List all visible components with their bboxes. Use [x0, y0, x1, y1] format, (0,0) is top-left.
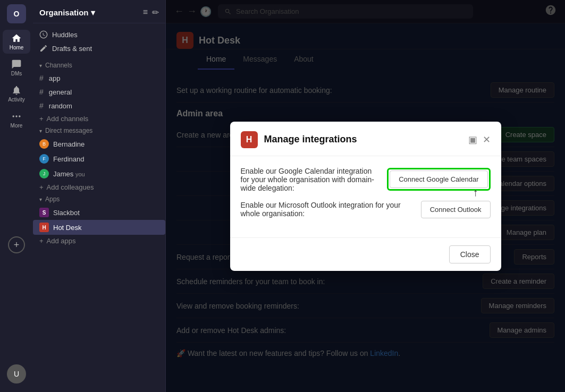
sidebar: Organisation ▾ ≡ ✏ Huddles Drafts & sent… — [33, 0, 166, 392]
manage-integrations-modal: H Manage integrations ▣ ✕ Enable our Goo… — [230, 122, 501, 271]
outlook-text: Enable our Microsoft Outlook integration… — [241, 201, 412, 218]
nav-more[interactable]: More — [3, 108, 30, 132]
sidebar-dm-bernadine[interactable]: B Bernadine — [33, 137, 165, 151]
svg-point-2 — [19, 115, 20, 117]
sidebar-channel-general[interactable]: # general — [33, 85, 165, 99]
nav-activity[interactable]: Activity — [3, 82, 30, 106]
user-avatar[interactable]: U — [7, 364, 26, 384]
compose-icon[interactable]: ✏ — [152, 7, 159, 18]
org-button[interactable]: O — [7, 4, 26, 23]
slackbot-icon: S — [39, 208, 49, 217]
connect-google-calendar-button[interactable]: Connect Google Calendar — [390, 171, 487, 188]
modal-expand-button[interactable]: ▣ — [468, 134, 477, 146]
sidebar-top-section: Huddles Drafts & sent — [33, 23, 165, 59]
main-area: ← → 🕐 Search Organisation H Hot Desk Hom… — [166, 0, 565, 392]
modal-close-button[interactable]: Close — [449, 245, 491, 263]
sidebar-header-icons: ≡ ✏ — [143, 7, 159, 18]
svg-point-0 — [13, 115, 14, 117]
google-calendar-text: Enable our Google Calendar integration f… — [241, 167, 379, 192]
sidebar-app-slackbot[interactable]: S Slackbot — [33, 205, 165, 220]
apps-section-header[interactable]: ▾ Apps — [33, 193, 165, 205]
google-calendar-row: Enable our Google Calendar integration f… — [241, 167, 491, 192]
dm-avatar-ferdinand: F — [39, 154, 49, 164]
filter-icon[interactable]: ≡ — [143, 7, 148, 18]
sidebar-item-drafts[interactable]: Drafts & sent — [33, 41, 165, 55]
modal-footer: Close — [230, 237, 501, 271]
sidebar-dm-ferdinand[interactable]: F Ferdinand — [33, 151, 165, 166]
modal-header-actions: ▣ ✕ — [468, 134, 491, 146]
dm-avatar-james: J — [39, 169, 49, 178]
modal-close-x-button[interactable]: ✕ — [483, 134, 491, 146]
modal-body: Enable our Google Calendar integration f… — [230, 156, 501, 237]
sidebar-item-huddles[interactable]: Huddles — [33, 28, 165, 41]
modal-overlay: H Manage integrations ▣ ✕ Enable our Goo… — [166, 0, 565, 392]
add-channels-item[interactable]: + Add channels — [33, 113, 165, 125]
outlook-row: Enable our Microsoft Outlook integration… — [241, 201, 491, 218]
connect-outlook-button[interactable]: Connect Outlook — [421, 201, 491, 218]
add-colleagues-item[interactable]: + Add colleagues — [33, 181, 165, 193]
channels-section-header[interactable]: ▾ Channels — [33, 59, 165, 71]
google-calendar-btn-wrapper: Connect Google Calendar ↑ — [387, 168, 490, 191]
sidebar-header: Organisation ▾ ≡ ✏ — [33, 0, 165, 23]
org-title[interactable]: Organisation ▾ — [39, 8, 95, 18]
sidebar-dm-james[interactable]: J James you — [33, 166, 165, 181]
dm-avatar-bernadine: B — [39, 139, 49, 149]
sidebar-app-hotdesk[interactable]: H Hot Desk — [33, 220, 165, 235]
sidebar-channel-app[interactable]: # app — [33, 71, 165, 85]
add-apps-item[interactable]: + Add apps — [33, 235, 165, 247]
cursor-icon: ↑ — [473, 186, 478, 199]
nav-dms[interactable]: DMs — [3, 56, 30, 80]
add-workspace-button[interactable]: + — [8, 236, 25, 253]
modal-header: H Manage integrations ▣ ✕ — [230, 122, 501, 156]
svg-point-1 — [15, 115, 17, 117]
sidebar-channel-random[interactable]: # random — [33, 99, 165, 113]
left-nav: O Home DMs Activity More + U — [0, 0, 33, 392]
modal-app-icon: H — [241, 131, 258, 148]
modal-title: Manage integrations — [264, 134, 462, 145]
dms-section-header[interactable]: ▾ Direct messages — [33, 125, 165, 137]
hotdesk-icon: H — [39, 223, 49, 232]
nav-home[interactable]: Home — [3, 30, 30, 54]
